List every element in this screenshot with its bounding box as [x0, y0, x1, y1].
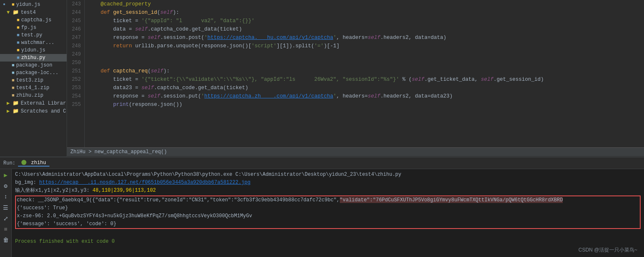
- js-file-icon3: ■: [17, 25, 20, 30]
- code-line-250: [88, 59, 644, 67]
- breadcrumb-bar: ZhiHu > new_captcha_appeal_req(): [67, 147, 644, 157]
- sidebar-item-test4zip[interactable]: ■ test4_1.zip: [0, 84, 67, 92]
- run-tab-bar: Run: zhihu: [0, 157, 644, 169]
- sidebar-item-watchmar[interactable]: ■ watchmar...: [0, 39, 67, 46]
- run-label: Run:: [3, 160, 16, 166]
- code-line-243: @cached_property: [88, 0, 644, 8]
- sidebar-item-packagejson[interactable]: ■ package.json: [0, 62, 67, 69]
- sidebar-label-watchmar: watchmar...: [21, 40, 54, 46]
- sidebar-label-yidunjs: yidun.js: [16, 2, 41, 8]
- code-line-246: data = self.captcha_code.get_data(ticket…: [88, 25, 644, 33]
- sidebar-item-test3zip[interactable]: ■ test3.zip: [0, 77, 67, 84]
- line-numbers: 243 244 245 246 247 248 249 250 251 252 …: [67, 0, 85, 147]
- py-file-icon2: ■: [17, 40, 20, 45]
- sidebar-item-extlibs[interactable]: ▶ 📁 External Librar...: [0, 99, 67, 107]
- code-line-244: def get_session_id(self):: [88, 8, 644, 17]
- zip-file-icon3: ■: [12, 93, 15, 98]
- sidebar-label-captchajs: captcha.js: [21, 17, 52, 23]
- sidebar-label-zhihupy: zhihu.py: [21, 55, 46, 61]
- code-line-253: data23 = self.captcha_code.get_data(tick…: [88, 84, 644, 92]
- sidebar-item-fpjs[interactable]: ■ fp.js: [0, 24, 67, 31]
- run-highlight-box: check: __JSONP_6aebkq4_9({"data":{"resul…: [15, 195, 641, 229]
- run-clear-button[interactable]: 🗑: [2, 236, 10, 244]
- sidebar-label-zhihuzip: zhihu.zip: [16, 93, 44, 98]
- main-area: ■ yidun.js ▼ 📁 test4 ■ captcha.js ■ fp.j…: [0, 0, 644, 157]
- run-line-success: {'success': True}: [16, 204, 640, 212]
- run-scroll-button[interactable]: ↕: [2, 193, 10, 201]
- folder-icon2: ▶ 📁: [7, 108, 19, 114]
- watermark-text: CSDN @活捉一只小菜鸟~: [578, 247, 637, 253]
- sidebar-item-zhihuzip[interactable]: ■ zhihu.zip: [0, 92, 67, 99]
- zip-file-icon: ■: [12, 78, 15, 83]
- json-file-icon: ■: [12, 63, 15, 68]
- code-content[interactable]: @cached_property def get_session_id(self…: [85, 0, 644, 147]
- run-line-path: C:\Users\Administrator\AppData\Local\Pro…: [15, 171, 641, 179]
- sidebar-label-test4zip: test4_1.zip: [16, 85, 49, 91]
- js-file-icon2: ■: [17, 18, 20, 23]
- code-view[interactable]: 243 244 245 246 247 248 249 250 251 252 …: [67, 0, 644, 147]
- js-file-icon: ■: [12, 2, 15, 7]
- sidebar-label-test4: test4: [21, 10, 36, 15]
- py-file-icon3: ■: [17, 55, 20, 60]
- run-toolbar: ▶ ⚙ ↕ ☰ ⤢ ■ 🗑: [0, 169, 12, 257]
- json-file-icon2: ■: [12, 70, 15, 75]
- run-filter-button[interactable]: ☰: [2, 203, 10, 212]
- sidebar-item-testpy[interactable]: ■ test.py: [0, 31, 67, 39]
- run-line-zse: x-zse-96: 2.0_+GquBvbzSYFY4s3+nu5kGjz3hu…: [16, 212, 640, 220]
- run-line-check: check: __JSONP_6aebkq4_9({"data":{"resul…: [16, 196, 640, 204]
- run-line-finished: Process finished with exit code 0: [15, 238, 641, 246]
- run-line-bgimg: bg_img: https://necap .i1.nosdn.127.net/…: [15, 179, 641, 187]
- run-line-coords: 输入坐标x1,y1|x2,y2|x3,y3: 48,110|239,96|113…: [15, 187, 641, 195]
- sidebar-item-test4[interactable]: ▼ 📁 test4: [0, 8, 67, 16]
- run-tab-zhihu[interactable]: zhihu: [18, 160, 49, 167]
- sidebar-label-packagejson: package.json: [16, 62, 52, 68]
- sidebar-label-extlibs: External Librar...: [21, 100, 67, 106]
- sidebar-item-captchajs[interactable]: ■ captcha.js: [0, 16, 67, 24]
- sidebar-item-zhihupy[interactable]: ■ zhihu.py: [0, 54, 67, 62]
- run-tab-label: zhihu: [31, 160, 46, 166]
- run-stop-button[interactable]: ■: [2, 225, 10, 234]
- sidebar-label-fpjs: fp.js: [21, 25, 36, 31]
- sidebar: ■ yidun.js ▼ 📁 test4 ■ captcha.js ■ fp.j…: [0, 0, 67, 157]
- code-line-255: print(response.json()): [88, 100, 644, 109]
- run-panel: Run: zhihu ▶ ⚙ ↕ ☰ ⤢ ■ 🗑 C:\Users\Admini…: [0, 157, 644, 257]
- run-line-message: {'message': 'success', 'code': 0}: [16, 220, 640, 228]
- sidebar-item-scratches[interactable]: ▶ 📁 Scratches and C...: [0, 107, 67, 115]
- run-content: ▶ ⚙ ↕ ☰ ⤢ ■ 🗑 C:\Users\Administrator\App…: [0, 169, 644, 257]
- editor-area: 243 244 245 246 247 248 249 250 251 252 …: [67, 0, 644, 157]
- run-play-button[interactable]: ▶: [2, 171, 10, 179]
- run-expand-button[interactable]: ⤢: [2, 214, 10, 223]
- js-file-icon4: ■: [17, 48, 20, 53]
- code-line-249: [88, 50, 644, 59]
- run-settings-button[interactable]: ⚙: [2, 182, 10, 190]
- code-line-245: ticket = '{"appId": "l va2", "data":{}}': [88, 17, 644, 25]
- breadcrumb: ZhiHu > new_captcha_appeal_req(): [70, 149, 167, 155]
- sidebar-item-yidunjs2[interactable]: ■ yidun.js: [0, 46, 67, 54]
- run-line-empty: [15, 230, 641, 238]
- sidebar-label-yidunjs2: yidun.js: [21, 47, 46, 53]
- sidebar-label-scratches: Scratches and C...: [21, 108, 67, 114]
- sidebar-item-yidunjs[interactable]: ■ yidun.js: [0, 1, 67, 8]
- folder-open-icon: ▼ 📁: [7, 9, 19, 15]
- code-line-254: response = self.session.put('https://cap…: [88, 92, 644, 100]
- code-line-252: ticket = '{"ticket":{\\"validate\\":\\"%…: [88, 75, 644, 84]
- folder-icon: ▶ 📁: [7, 100, 19, 106]
- code-line-247: response = self.session.post('https://ca…: [88, 33, 644, 42]
- sidebar-label-test3zip: test3.zip: [16, 77, 44, 83]
- sidebar-label-testpy: test.py: [21, 32, 42, 38]
- app-icon-area: ●: [0, 0, 8, 8]
- code-line-251: def captcha_req(self):: [88, 67, 644, 75]
- run-status-icon: [21, 160, 26, 165]
- app-icon: ●: [3, 2, 5, 7]
- run-output: C:\Users\Administrator\AppData\Local\Pro…: [12, 169, 644, 257]
- sidebar-label-packageloc: package-loc...: [16, 70, 59, 76]
- zip-file-icon2: ■: [12, 85, 15, 90]
- py-file-icon: ■: [17, 33, 20, 38]
- sidebar-item-packageloc[interactable]: ■ package-loc...: [0, 69, 67, 77]
- code-line-248: return urllib.parse.unquote(response.jso…: [88, 42, 644, 50]
- watermark: CSDN @活捉一只小菜鸟~: [578, 247, 637, 254]
